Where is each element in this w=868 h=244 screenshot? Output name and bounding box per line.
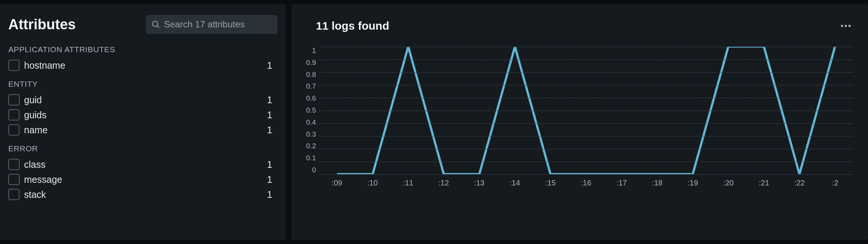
attribute-label: class: [24, 159, 267, 170]
y-tick: 0.5: [306, 106, 316, 114]
ellipsis-icon: [841, 24, 851, 27]
attribute-row[interactable]: hostname1: [8, 58, 278, 73]
attribute-count: 1: [267, 174, 278, 185]
attribute-row[interactable]: class1: [8, 157, 278, 172]
attributes-panel: Attributes APPLICATION ATTRIBUTEShostnam…: [0, 4, 286, 240]
attribute-label: guid: [24, 95, 267, 105]
attribute-count: 1: [267, 125, 278, 136]
attribute-groups: APPLICATION ATTRIBUTEShostname1ENTITYgui…: [8, 45, 278, 202]
x-tick: :20: [710, 179, 746, 187]
attribute-label: message: [24, 174, 267, 185]
x-tick: :11: [390, 179, 426, 187]
attribute-row[interactable]: stack1: [8, 187, 278, 202]
grid-line: [319, 161, 853, 162]
y-tick: 0.7: [306, 82, 316, 90]
svg-point-3: [845, 25, 847, 27]
x-tick: :14: [497, 179, 533, 187]
attribute-row[interactable]: guids1: [8, 107, 278, 122]
grid-line: [319, 98, 853, 98]
attribute-checkbox[interactable]: [8, 109, 20, 120]
search-icon: [151, 20, 160, 29]
logs-panel: 11 logs found 10.90.80.70.60.50.40.30.20…: [291, 4, 868, 240]
plot-area: :09:10:11:12:13:14:15:16:17:18:19:20:21:…: [319, 47, 853, 229]
attribute-count: 1: [267, 110, 278, 120]
attributes-title: Attributes: [8, 17, 76, 33]
x-tick: :10: [355, 179, 390, 187]
chart: 10.90.80.70.60.50.40.30.20.10 :09:10:11:…: [306, 47, 853, 229]
search-wrap[interactable]: [146, 15, 278, 34]
y-tick: 0.4: [306, 118, 316, 127]
grid-line: [319, 174, 853, 175]
grid-line: [319, 123, 853, 124]
plot[interactable]: [319, 47, 853, 174]
y-tick: 0: [312, 166, 316, 174]
grid-line: [319, 72, 853, 73]
svg-line-1: [157, 26, 159, 28]
x-axis: :09:10:11:12:13:14:15:16:17:18:19:20:21:…: [319, 179, 853, 187]
more-menu-button[interactable]: [839, 19, 853, 33]
y-tick: 0.2: [306, 142, 316, 150]
attribute-row[interactable]: guid1: [8, 92, 278, 107]
attribute-count: 1: [267, 159, 278, 170]
svg-point-4: [848, 25, 851, 27]
attribute-count: 1: [267, 95, 278, 105]
logs-header: 11 logs found: [306, 19, 853, 33]
group-label: ENTITY: [8, 80, 278, 89]
attribute-label: stack: [24, 189, 267, 200]
attribute-label: name: [24, 125, 267, 136]
attribute-label: hostname: [24, 60, 267, 71]
grid-line: [319, 47, 853, 47]
x-tick: :2: [817, 179, 853, 187]
grid-line: [319, 136, 853, 137]
attribute-count: 1: [267, 189, 278, 200]
x-tick: :16: [568, 179, 604, 187]
y-tick: 0.1: [306, 154, 316, 162]
group-label: ERROR: [8, 144, 278, 153]
y-tick: 0.9: [306, 59, 316, 67]
grid-line: [319, 110, 853, 111]
attribute-checkbox[interactable]: [8, 159, 20, 170]
attribute-checkbox[interactable]: [8, 189, 20, 200]
attribute-count: 1: [267, 60, 278, 71]
x-tick: :09: [319, 179, 355, 187]
y-tick: 0.6: [306, 94, 316, 102]
x-tick: :15: [533, 179, 568, 187]
grid-line: [319, 59, 853, 60]
attribute-row[interactable]: name1: [8, 122, 278, 137]
x-tick: :18: [639, 179, 675, 187]
grid-line: [319, 149, 853, 149]
attribute-label: guids: [24, 110, 267, 120]
x-tick: :22: [782, 179, 818, 187]
attribute-checkbox[interactable]: [8, 124, 20, 136]
svg-point-0: [153, 21, 158, 27]
attribute-row[interactable]: message1: [8, 172, 278, 187]
group-label: APPLICATION ATTRIBUTES: [8, 45, 278, 54]
x-tick: :19: [675, 179, 711, 187]
grid-line: [319, 85, 853, 86]
x-tick: :21: [746, 179, 782, 187]
y-axis: 10.90.80.70.60.50.40.30.20.10: [306, 47, 319, 174]
logs-title: 11 logs found: [306, 20, 389, 32]
attribute-checkbox[interactable]: [8, 174, 20, 185]
x-tick: :13: [461, 179, 497, 187]
sidebar-header: Attributes: [8, 15, 278, 34]
svg-point-2: [841, 25, 843, 27]
x-tick: :12: [426, 179, 461, 187]
attribute-checkbox[interactable]: [8, 60, 20, 71]
x-tick: :17: [604, 179, 640, 187]
y-tick: 1: [312, 47, 316, 55]
attribute-checkbox[interactable]: [8, 94, 20, 105]
y-tick: 0.8: [306, 71, 316, 79]
y-tick: 0.3: [306, 130, 316, 139]
search-input[interactable]: [164, 19, 272, 30]
